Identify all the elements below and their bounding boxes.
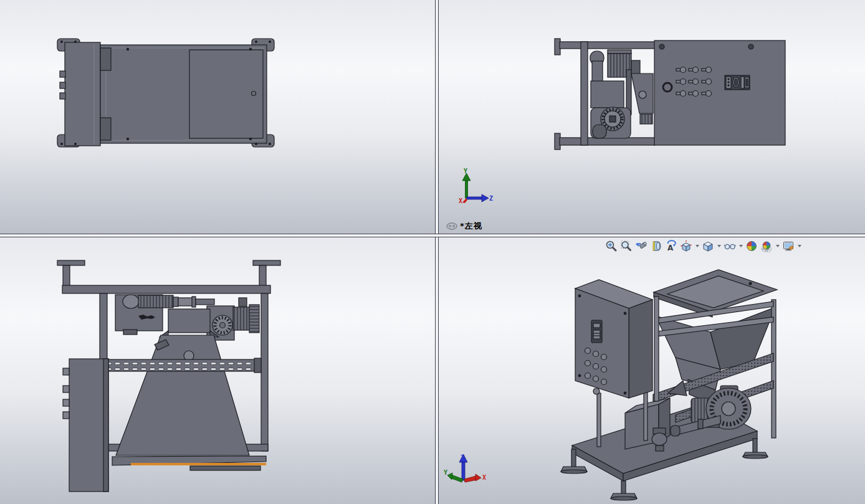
svg-text:A: A: [667, 244, 674, 252]
link-views-icon: [446, 222, 457, 230]
view-settings-button[interactable]: [781, 239, 795, 253]
machine-isometric-drawing: [439, 237, 865, 504]
apply-scene-dropdown[interactable]: [775, 239, 780, 253]
svg-text:Z: Z: [489, 195, 493, 202]
3d-drawing-view-button[interactable]: A: [664, 239, 678, 253]
hide-show-items-dropdown[interactable]: [738, 239, 743, 253]
machine-left-view-drawing: [439, 0, 865, 234]
section-view-button[interactable]: [649, 239, 663, 253]
viewport-left-view[interactable]: Y Z X *左视: [439, 0, 865, 234]
display-style-button[interactable]: [701, 239, 715, 253]
view-orientation-dropdown[interactable]: [694, 239, 700, 253]
machine-top-view-drawing: [0, 0, 435, 234]
view-settings-dropdown[interactable]: [796, 239, 802, 253]
svg-text:Z: Z: [461, 454, 464, 461]
previous-view-button[interactable]: [634, 239, 648, 253]
zoom-to-fit-button[interactable]: [605, 239, 618, 253]
view-name-text: *左视: [460, 221, 482, 232]
svg-text:Y: Y: [444, 469, 447, 476]
edit-appearance-button[interactable]: [745, 239, 758, 253]
zoom-to-area-button[interactable]: [619, 239, 633, 253]
svg-text:X: X: [459, 197, 462, 204]
horizontal-viewport-splitter[interactable]: [0, 234, 865, 237]
machine-front-view-drawing: [0, 237, 435, 504]
hide-show-items-button[interactable]: [723, 239, 737, 253]
viewport-front-view[interactable]: [0, 237, 435, 504]
view-orientation-button[interactable]: [679, 239, 693, 253]
viewport-isometric-view[interactable]: A: [439, 237, 865, 504]
vfd-keypad: [725, 75, 750, 90]
cabinet-keypad: [591, 320, 602, 343]
viewport-top-view[interactable]: [0, 0, 435, 234]
svg-text:Y: Y: [464, 168, 467, 174]
heads-up-view-toolbar: A: [605, 239, 802, 253]
svg-text:X: X: [482, 474, 486, 481]
triad-left-view: Y Z X: [456, 168, 494, 207]
display-style-dropdown[interactable]: [716, 239, 722, 253]
view-name-label: *左视: [446, 221, 482, 232]
apply-scene-button[interactable]: [760, 239, 773, 253]
triad-isometric: Z Y X: [444, 452, 494, 490]
vertical-viewport-splitter[interactable]: [435, 0, 439, 504]
